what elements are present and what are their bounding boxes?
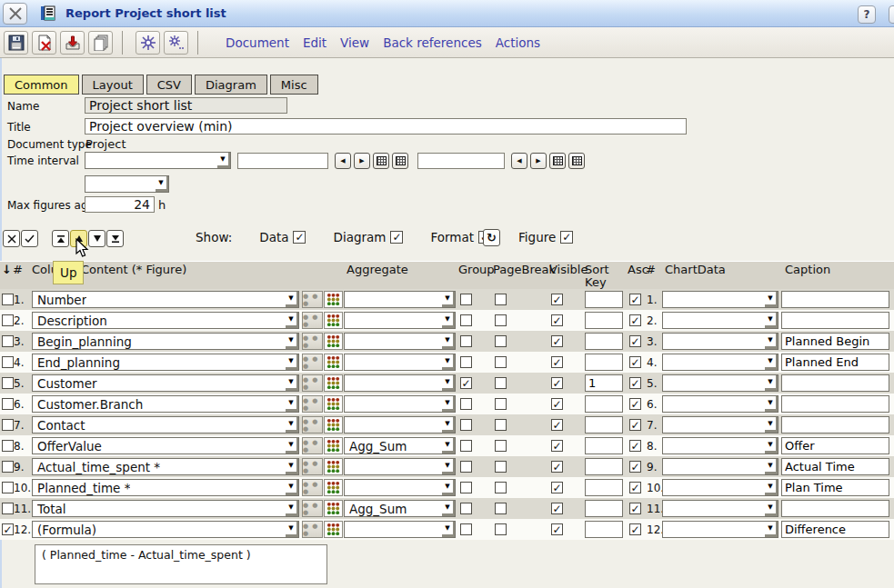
aggregate-select[interactable]: ▼ <box>344 458 456 475</box>
max-age-field[interactable] <box>85 196 155 213</box>
row-options-button[interactable]: ● ● ● <box>302 437 323 454</box>
caption-input[interactable] <box>781 437 889 454</box>
visible-checkbox[interactable]: ✓ <box>551 356 563 368</box>
chartdata-select[interactable]: ▼ <box>662 500 778 517</box>
deselect-all-button[interactable] <box>3 230 20 247</box>
column-select[interactable]: Contact▼ <box>32 416 299 434</box>
burst-small-button[interactable] <box>164 31 188 55</box>
column-select[interactable]: Customer▼ <box>32 374 299 392</box>
row-options-button[interactable]: ● ● ● <box>302 374 323 392</box>
column-select[interactable]: Customer.Branch▼ <box>32 395 299 413</box>
name-field[interactable] <box>85 97 287 114</box>
aggregate-select[interactable]: ▼ <box>344 395 456 413</box>
date-to-calendar-button[interactable] <box>549 153 566 169</box>
aggregate-select[interactable]: ▼ <box>344 333 456 350</box>
chartdata-select[interactable]: ▼ <box>662 458 778 475</box>
sort-direction-icon[interactable]: ↓ <box>0 262 13 276</box>
row-options-button[interactable]: ● ● ● <box>302 416 323 434</box>
group-checkbox[interactable] <box>460 523 472 535</box>
pagebreak-checkbox[interactable] <box>495 314 507 326</box>
date-from-next-button[interactable]: ▶ <box>354 153 370 169</box>
figure-grid-button[interactable] <box>324 395 343 413</box>
sortkey-input[interactable] <box>585 354 623 371</box>
asc-checkbox[interactable]: ✓ <box>629 294 641 305</box>
visible-checkbox[interactable]: ✓ <box>551 335 563 347</box>
pagebreak-checkbox[interactable] <box>495 523 507 535</box>
asc-checkbox[interactable]: ✓ <box>629 356 641 368</box>
import-button[interactable] <box>60 31 85 55</box>
sortkey-input[interactable] <box>585 374 623 392</box>
pagebreak-checkbox[interactable] <box>495 356 507 368</box>
menu-actions[interactable]: Actions <box>496 35 540 50</box>
select-all-button[interactable] <box>21 230 38 247</box>
refresh-button[interactable]: ↻ <box>483 229 500 246</box>
sortkey-input[interactable] <box>585 479 623 496</box>
tab-layout[interactable]: Layout <box>82 75 144 95</box>
figure-grid-button[interactable] <box>324 354 343 371</box>
move-top-button[interactable] <box>52 230 69 247</box>
figure-grid-button[interactable] <box>324 479 343 496</box>
group-checkbox[interactable] <box>460 398 472 410</box>
figure-checkbox[interactable]: ✓ <box>560 231 573 244</box>
date-to-calendar2-button[interactable] <box>568 153 585 169</box>
figure-grid-button[interactable] <box>324 521 343 538</box>
pagebreak-checkbox[interactable] <box>495 398 507 410</box>
column-select[interactable]: Total▼ <box>32 500 299 517</box>
column-select[interactable]: Planned_time *▼ <box>32 479 299 496</box>
group-checkbox[interactable] <box>460 503 472 514</box>
aggregate-select[interactable]: ▼ <box>344 521 456 538</box>
group-checkbox[interactable]: ✓ <box>460 377 472 389</box>
formula-editor[interactable]: ( Planned_time - Actual_time_spent ) <box>35 544 327 584</box>
clipped-button[interactable] <box>889 5 894 24</box>
tab-misc[interactable]: Misc <box>270 75 318 95</box>
menu-document[interactable]: Document <box>226 35 289 50</box>
time-interval-unit-select[interactable]: ▼ <box>85 175 169 193</box>
burst-button[interactable] <box>136 31 160 55</box>
column-select[interactable]: OfferValue▼ <box>32 437 299 454</box>
aggregate-select[interactable]: ▼ <box>344 416 456 434</box>
row-options-button[interactable]: ● ● ● <box>302 395 323 413</box>
chartdata-select[interactable]: ▼ <box>662 521 778 538</box>
move-bottom-button[interactable] <box>106 230 124 247</box>
figure-grid-button[interactable] <box>324 312 343 329</box>
pagebreak-checkbox[interactable] <box>495 294 507 305</box>
caption-input[interactable] <box>781 333 889 350</box>
time-interval-preset-select[interactable]: ▼ <box>85 152 231 169</box>
visible-checkbox[interactable]: ✓ <box>551 314 563 326</box>
caption-input[interactable] <box>781 312 889 329</box>
caption-input[interactable] <box>781 416 889 434</box>
caption-input[interactable] <box>781 458 889 475</box>
date-to-field[interactable] <box>417 153 505 169</box>
chartdata-select[interactable]: ▼ <box>662 312 778 329</box>
column-select[interactable]: Description▼ <box>32 312 299 329</box>
chartdata-select[interactable]: ▼ <box>662 395 778 413</box>
date-from-calendar2-button[interactable] <box>392 153 408 169</box>
aggregate-select[interactable]: ▼ <box>344 354 456 371</box>
sortkey-input[interactable] <box>585 521 623 538</box>
figure-grid-button[interactable] <box>324 437 343 454</box>
asc-checkbox[interactable]: ✓ <box>629 440 641 452</box>
asc-checkbox[interactable]: ✓ <box>629 461 641 473</box>
row-options-button[interactable]: ● ● ● <box>302 312 323 329</box>
sortkey-input[interactable] <box>585 395 623 413</box>
menu-edit[interactable]: Edit <box>303 35 326 50</box>
figure-grid-button[interactable] <box>324 458 343 475</box>
caption-input[interactable] <box>781 479 889 496</box>
visible-checkbox[interactable]: ✓ <box>551 461 563 473</box>
caption-input[interactable] <box>781 374 889 392</box>
column-select[interactable]: End_planning▼ <box>32 354 299 371</box>
visible-checkbox[interactable]: ✓ <box>551 419 563 431</box>
chartdata-select[interactable]: ▼ <box>662 437 778 454</box>
aggregate-select[interactable]: Agg_Sum▼ <box>344 500 456 517</box>
row-options-button[interactable]: ● ● ● <box>302 354 323 371</box>
aggregate-select[interactable]: ▼ <box>344 479 456 496</box>
help-button[interactable]: ? <box>858 5 876 24</box>
menu-back-references[interactable]: Back references <box>383 35 482 50</box>
caption-input[interactable] <box>781 354 889 371</box>
figure-grid-button[interactable] <box>324 416 343 434</box>
sortkey-input[interactable] <box>585 437 623 454</box>
date-from-prev-button[interactable]: ◀ <box>335 153 351 169</box>
group-checkbox[interactable] <box>460 440 472 452</box>
caption-input[interactable] <box>781 500 889 517</box>
group-checkbox[interactable] <box>460 294 472 305</box>
